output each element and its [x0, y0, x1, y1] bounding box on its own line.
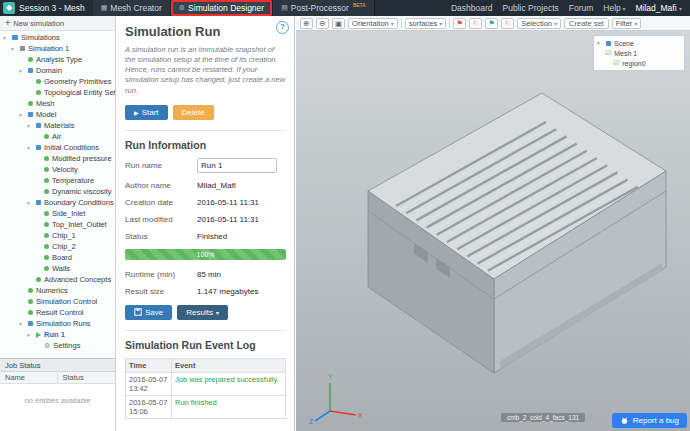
render-mode-dropdown[interactable]: surfaces ▾ — [405, 18, 446, 29]
sim-icon — [20, 46, 25, 51]
run-name-input[interactable] — [197, 158, 277, 173]
save-button[interactable]: Save — [125, 305, 172, 320]
tree-item-domain[interactable]: ▾Domain — [0, 65, 115, 76]
nav-link-help[interactable]: Help ▾ — [603, 3, 625, 13]
tab-simulation-designer[interactable]: ⚙ Simulation Designer — [171, 0, 273, 16]
scene-icon — [606, 41, 611, 46]
tree-item-geometry-primitives[interactable]: Geometry Primitives — [0, 76, 115, 87]
tree-expander-icon[interactable]: ▾ — [27, 200, 33, 206]
create-set-button[interactable]: Create set — [564, 18, 609, 29]
isolate-selection-icon[interactable]: ⚑ — [485, 18, 498, 29]
delete-button[interactable]: Delete — [173, 105, 214, 120]
tree-item-analysis-type[interactable]: Analysis Type — [0, 54, 115, 65]
blue-icon — [28, 112, 33, 117]
hide-selection-icon[interactable]: ⚑ — [453, 18, 466, 29]
selection-label: Selection — [521, 19, 552, 28]
tree-item-label: Materials — [44, 121, 74, 130]
beta-badge: BETA — [353, 2, 366, 8]
tree-item-simulation-1[interactable]: ▾Simulation 1 — [0, 43, 115, 54]
event-log-col-event: Event — [172, 358, 286, 372]
blue-icon — [36, 123, 41, 128]
tree-item-board[interactable]: Board — [0, 252, 115, 263]
report-bug-button[interactable]: Report a bug — [612, 413, 687, 428]
scene-item-region0[interactable]: ☑region0 — [597, 58, 681, 68]
tree-item-simulation-runs[interactable]: ▾Simulation Runs — [0, 318, 115, 329]
tree-item-run-1[interactable]: ▾Run 1 — [0, 329, 115, 340]
show-selection-icon[interactable]: ⚐ — [469, 18, 482, 29]
results-button[interactable]: Results ▾ — [177, 305, 228, 320]
run-icon — [36, 332, 41, 338]
orientation-dropdown[interactable]: Orientation ▾ — [348, 18, 398, 29]
tree-item-initial-conditions[interactable]: ▾Initial Conditions — [0, 142, 115, 153]
tree-item-label: Model — [36, 110, 56, 119]
tree-item-numerics[interactable]: Numerics — [0, 285, 115, 296]
tree-item-simulations[interactable]: ▾Simulations — [0, 32, 115, 43]
tree-expander-icon[interactable]: ▾ — [3, 35, 9, 41]
green-icon — [44, 211, 49, 216]
tree-item-walls[interactable]: Walls — [0, 263, 115, 274]
start-button[interactable]: ▶ Start — [125, 105, 168, 120]
viewport-toolbar: ⊕ ⊖ ▣ Orientation ▾ surfaces ▾ ⚑ ⚐ ⚑ ⚐ S… — [296, 16, 690, 31]
new-simulation-button[interactable]: + New simulation — [0, 16, 115, 31]
tree-item-model[interactable]: ▾Model — [0, 109, 115, 120]
tree-item-dynamic-viscosity[interactable]: Dynamic viscosity — [0, 186, 115, 197]
session-title: Session 3 - Mesh — [19, 3, 85, 13]
tree-expander-icon[interactable]: ▾ — [27, 123, 33, 129]
tab-post-processor[interactable]: ▤ Post-Processor BETA — [273, 0, 374, 16]
app-logo-icon[interactable]: ◆ — [3, 2, 15, 14]
tree-expander-icon[interactable]: ▾ — [597, 40, 603, 46]
tree-expander-icon[interactable]: ▾ — [19, 112, 25, 118]
tree-item-mesh[interactable]: Mesh — [0, 98, 115, 109]
tree-item-materials[interactable]: ▾Materials — [0, 120, 115, 131]
tree-item-simulation-control[interactable]: Simulation Control — [0, 296, 115, 307]
green-icon — [28, 299, 33, 304]
tree-item-label: Settings — [53, 341, 80, 350]
zoom-in-icon[interactable]: ⊕ — [300, 18, 313, 29]
nav-link-public-projects[interactable]: Public Projects — [503, 3, 559, 13]
tree-expander-icon[interactable]: ▾ — [11, 46, 17, 52]
tree-item-modified-pressure[interactable]: Modified pressure — [0, 153, 115, 164]
nav-link-forum[interactable]: Forum — [569, 3, 594, 13]
tree-item-label: Walls — [52, 264, 70, 273]
tree-item-label: Boundary Conditions — [44, 198, 114, 207]
tree-item-result-control[interactable]: Result Control — [0, 307, 115, 318]
tree-item-boundary-conditions[interactable]: ▾Boundary Conditions — [0, 197, 115, 208]
scene-root-row[interactable]: ▾ Scene — [597, 38, 681, 48]
tree-item-settings[interactable]: ⚙Settings — [0, 340, 115, 351]
tree-item-side-inlet[interactable]: Side_Inlet — [0, 208, 115, 219]
tree-item-velocity[interactable]: Velocity — [0, 164, 115, 175]
help-icon[interactable]: ? — [276, 21, 289, 34]
tab-mesh-creator[interactable]: ▦ Mesh Creator — [93, 0, 171, 16]
scene-item-mesh-1[interactable]: ☑Mesh 1 — [597, 48, 681, 58]
field-row-last-modified: Last modified2016-05-11 11:31 — [125, 215, 286, 224]
tree-item-chip-2[interactable]: Chip_2 — [0, 241, 115, 252]
user-menu[interactable]: Milad_Mafi ▾ — [636, 3, 683, 13]
zoom-out-icon[interactable]: ⊖ — [316, 18, 329, 29]
axis-z-label: Z — [309, 418, 314, 425]
filter-dropdown[interactable]: Filter ▾ — [612, 18, 642, 29]
tree-item-top-inlet-outlet[interactable]: Top_Inlet_Outlet — [0, 219, 115, 230]
tree-expander-icon[interactable]: ▾ — [27, 145, 33, 151]
fit-view-icon[interactable]: ▣ — [332, 18, 345, 29]
selection-dropdown[interactable]: Selection ▾ — [517, 18, 561, 29]
event-log-body: 2016-05-07 13:42Job was prepared success… — [126, 372, 286, 418]
tree-item-label: Initial Conditions — [44, 143, 99, 152]
nav-link-dashboard[interactable]: Dashboard — [451, 3, 493, 13]
invert-selection-icon[interactable]: ⚐ — [501, 18, 514, 29]
tree-item-label: Chip_1 — [52, 231, 76, 240]
tree-item-label: Mesh — [36, 99, 54, 108]
tree-item-air[interactable]: Air — [0, 131, 115, 142]
tree-item-chip-1[interactable]: Chip_1 — [0, 230, 115, 241]
tree-item-topological-entity-sets[interactable]: Topological Entity Sets — [0, 87, 115, 98]
checkbox-checked-icon[interactable]: ☑ — [605, 49, 611, 57]
floppy-icon — [134, 308, 142, 316]
tree-expander-icon[interactable]: ▾ — [27, 332, 33, 338]
tree-expander-icon[interactable]: ▾ — [19, 321, 25, 327]
field-row-creation-date: Creation date2016-05-11 11:31 — [125, 198, 286, 207]
viewport-3d[interactable]: ⊕ ⊖ ▣ Orientation ▾ surfaces ▾ ⚑ ⚐ ⚑ ⚐ S… — [296, 16, 690, 431]
tree-expander-icon[interactable]: ▾ — [19, 68, 25, 74]
tree-item-advanced-concepts[interactable]: Advanced Concepts — [0, 274, 115, 285]
checkbox-checked-icon[interactable]: ☑ — [613, 59, 619, 67]
tree-item-temperature[interactable]: Temperature — [0, 175, 115, 186]
green-icon — [44, 233, 49, 238]
